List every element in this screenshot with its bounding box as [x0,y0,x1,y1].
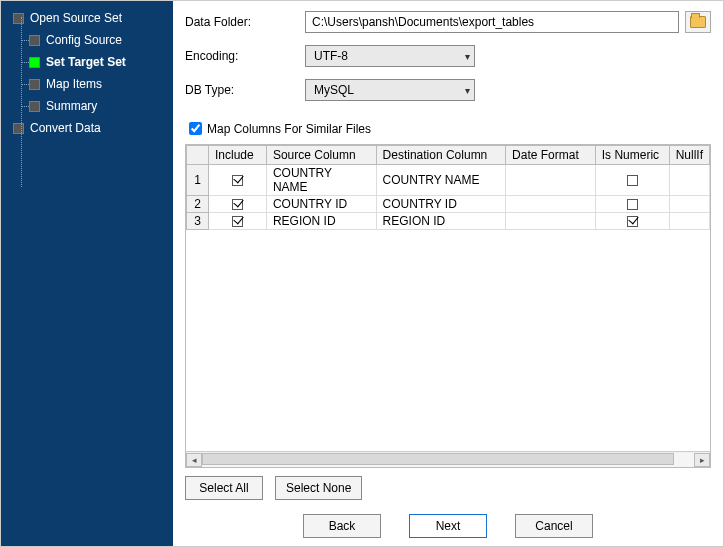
step-box-icon [29,79,40,90]
checkbox-icon[interactable] [232,199,243,210]
col-rownum[interactable] [187,146,209,165]
chevron-down-icon: ▾ [465,85,470,96]
col-isnum[interactable]: Is Numeric [595,146,669,165]
wizard-sidebar: Open Source Set Config Source Set Target… [1,1,173,546]
table-row[interactable]: 1COUNTRY NAMECOUNTRY NAME [187,165,710,196]
map-columns-checkbox-row[interactable]: Map Columns For Similar Files [185,119,711,138]
dbtype-label: DB Type: [185,83,305,97]
encoding-value: UTF-8 [314,49,348,63]
wizard-nav-buttons: Back Next Cancel [185,514,711,538]
cell-datefmt[interactable] [506,165,596,196]
cell-nullif[interactable] [669,213,709,230]
nav-label: Open Source Set [30,11,122,25]
cell-dest[interactable]: COUNTRY NAME [376,165,506,196]
checkbox-icon[interactable] [627,216,638,227]
next-button[interactable]: Next [409,514,487,538]
step-box-icon [29,57,40,68]
columns-table: Include Source Column Destination Column… [186,145,710,230]
data-folder-label: Data Folder: [185,15,305,29]
cell-datefmt[interactable] [506,213,596,230]
cell-dest[interactable]: REGION ID [376,213,506,230]
nav-open-source-set[interactable]: Open Source Set [1,7,173,29]
scroll-right-icon[interactable]: ▸ [694,453,710,467]
nav-config-source[interactable]: Config Source [1,29,173,51]
grid-horizontal-scrollbar[interactable]: ◂ ▸ [186,451,710,467]
select-none-button[interactable]: Select None [275,476,362,500]
map-columns-label: Map Columns For Similar Files [207,122,371,136]
col-dest[interactable]: Destination Column [376,146,506,165]
app-window: Open Source Set Config Source Set Target… [0,0,724,547]
chevron-down-icon: ▾ [465,51,470,62]
cell-dest[interactable]: COUNTRY ID [376,196,506,213]
row-number[interactable]: 2 [187,196,209,213]
dbtype-value: MySQL [314,83,354,97]
cell-isnum[interactable] [595,196,669,213]
table-row[interactable]: 2COUNTRY IDCOUNTRY ID [187,196,710,213]
select-all-button[interactable]: Select All [185,476,263,500]
row-encoding: Encoding: UTF-8 ▾ [185,45,711,67]
nav-map-items[interactable]: Map Items [1,73,173,95]
scroll-left-icon[interactable]: ◂ [186,453,202,467]
checkbox-icon[interactable] [232,216,243,227]
row-dbtype: DB Type: MySQL ▾ [185,79,711,101]
nav-set-target-set[interactable]: Set Target Set [1,51,173,73]
nav-label: Config Source [46,33,122,47]
map-columns-checkbox[interactable] [189,122,202,135]
data-folder-input[interactable] [305,11,679,33]
col-nullif[interactable]: NullIf [669,146,709,165]
col-datefmt[interactable]: Date Format [506,146,596,165]
nav-label: Summary [46,99,97,113]
columns-grid: Include Source Column Destination Column… [185,144,711,468]
nav-summary[interactable]: Summary [1,95,173,117]
step-box-icon [13,123,24,134]
cell-isnum[interactable] [595,165,669,196]
cell-include[interactable] [208,213,266,230]
scroll-track[interactable] [202,453,694,467]
col-source[interactable]: Source Column [266,146,376,165]
encoding-label: Encoding: [185,49,305,63]
checkbox-icon[interactable] [627,175,638,186]
checkbox-icon[interactable] [627,199,638,210]
row-data-folder: Data Folder: [185,11,711,33]
step-box-icon [13,13,24,24]
nav-label: Map Items [46,77,102,91]
cell-nullif[interactable] [669,196,709,213]
cell-source[interactable]: COUNTRY ID [266,196,376,213]
selection-buttons: Select All Select None [185,476,711,500]
dbtype-dropdown[interactable]: MySQL ▾ [305,79,475,101]
main-panel: Data Folder: Encoding: UTF-8 ▾ DB Type: … [173,1,723,546]
step-box-icon [29,101,40,112]
row-number[interactable]: 3 [187,213,209,230]
cell-source[interactable]: COUNTRY NAME [266,165,376,196]
cell-datefmt[interactable] [506,196,596,213]
table-row[interactable]: 3REGION IDREGION ID [187,213,710,230]
cell-isnum[interactable] [595,213,669,230]
checkbox-icon[interactable] [232,175,243,186]
row-number[interactable]: 1 [187,165,209,196]
cancel-button[interactable]: Cancel [515,514,593,538]
nav-convert-data[interactable]: Convert Data [1,117,173,139]
nav-label: Convert Data [30,121,101,135]
folder-icon [690,16,706,28]
encoding-dropdown[interactable]: UTF-8 ▾ [305,45,475,67]
scroll-thumb[interactable] [202,453,674,465]
cell-source[interactable]: REGION ID [266,213,376,230]
back-button[interactable]: Back [303,514,381,538]
cell-nullif[interactable] [669,165,709,196]
grid-empty-area [186,230,710,451]
step-box-icon [29,35,40,46]
col-include[interactable]: Include [208,146,266,165]
nav-label: Set Target Set [46,55,126,69]
cell-include[interactable] [208,196,266,213]
cell-include[interactable] [208,165,266,196]
browse-folder-button[interactable] [685,11,711,33]
